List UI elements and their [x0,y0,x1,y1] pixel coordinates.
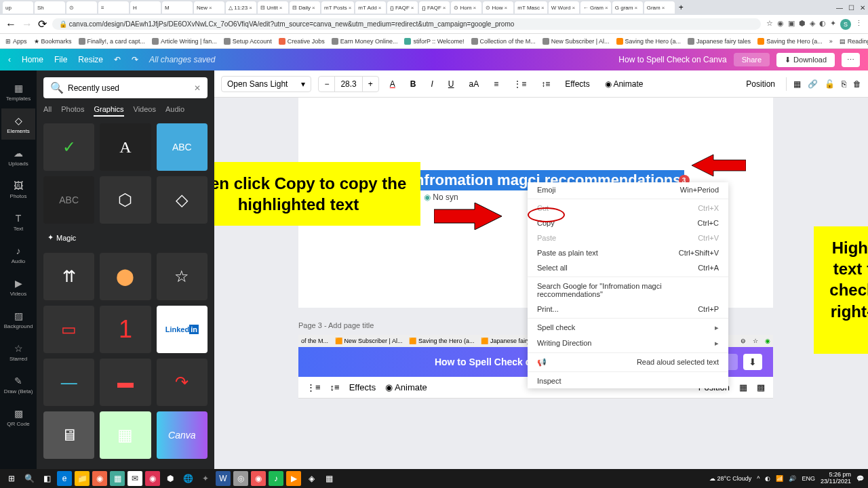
back-button[interactable]: ← [5,18,16,30]
browser-tab[interactable]: Gram× [644,1,675,14]
text-color-button[interactable]: A [386,77,399,92]
ctx-print[interactable]: Print...Ctrl+P [528,302,728,317]
share-button[interactable]: Share [734,53,770,66]
browser-tab[interactable]: New× [194,1,224,14]
element-tile[interactable]: ABC [157,123,208,171]
element-tile[interactable]: — [43,359,94,406]
ctx-paste-plain[interactable]: Paste as plain textCtrl+Shift+V [528,245,728,260]
bookmark-item[interactable]: Finally!, a card capt... [79,38,146,45]
search-input[interactable] [68,83,190,93]
bookmark-item[interactable]: Japanese fairy tales [688,38,751,45]
ctx-spell-check[interactable]: Spell check [528,320,728,336]
new-tab-button[interactable]: + [676,3,686,12]
element-tile[interactable]: ABC [43,176,94,224]
rail-photos[interactable]: 🖼Photos [1,174,35,205]
app-icon[interactable]: ⬢ [163,471,178,486]
app-icon[interactable]: ✉ [127,471,142,486]
extension-icon[interactable]: ◐ [819,19,826,30]
ctx-inspect[interactable]: Inspect [528,373,728,388]
element-tile[interactable]: A [100,123,151,171]
browser-tab[interactable]: ⊟ Daily× [290,1,320,14]
tab-graphics[interactable]: Graphics [94,105,123,117]
element-tile[interactable]: Linkedin [157,306,208,353]
task-view-icon[interactable]: ◧ [39,471,54,486]
rail-text[interactable]: TText [1,206,35,237]
bold-button[interactable]: B [406,77,420,92]
bookmark-item[interactable]: Setup Account [224,38,272,45]
ctx-emoji[interactable]: EmojiWin+Period [528,182,728,197]
spacing-button[interactable]: ↕≡ [537,77,554,92]
undo-button[interactable]: ↶ [114,55,121,64]
apps-button[interactable]: ⊞Apps [5,38,27,45]
redo-button[interactable]: ↷ [132,55,138,64]
bookmark-item[interactable]: ★Bookmarks [34,38,72,45]
browser-tab[interactable]: {} FAQF× [419,1,450,14]
underline-button[interactable]: U [444,77,458,92]
spotify-icon[interactable]: ♪ [269,471,283,486]
app-icon[interactable]: ◉ [145,471,160,486]
tab-all[interactable]: All [43,105,52,117]
app-icon[interactable]: ◉ [251,471,266,486]
lock-button[interactable]: 🔓 [825,79,835,89]
ctx-cut[interactable]: CutCtrl+X [528,201,728,216]
download-button[interactable]: ⬇Download [776,53,835,67]
explorer-icon[interactable]: 📁 [75,471,90,486]
browser-tab-active[interactable]: ⊙ How× [483,1,513,14]
browser-tab[interactable]: mT Masc× [515,1,547,14]
bookmark-item[interactable]: Collection of the M... [471,38,536,45]
browser-tab[interactable]: ← Gram× [580,1,611,14]
browser-tab[interactable]: up [3,1,33,14]
weather-widget[interactable]: ☁ 28°C Cloudy [709,475,751,482]
maximize-icon[interactable]: ☐ [848,4,854,12]
rail-qr[interactable]: ▩QR Code [1,401,35,432]
notification-icon[interactable]: 💬 [856,475,864,482]
bookmark-item[interactable]: New Subscriber | Al... [542,38,610,45]
element-tile[interactable]: ⇈ [43,253,94,300]
element-tile[interactable]: 1 [100,306,151,353]
clear-icon[interactable]: ✕ [194,83,201,93]
increase-size-button[interactable]: + [363,77,378,92]
wifi-icon[interactable]: 📶 [776,475,783,482]
bookmark-item[interactable]: Saving the Hero (a... [757,38,823,45]
ctx-copy[interactable]: CopyCtrl+C [528,216,728,230]
element-tile[interactable]: ↷ [157,359,208,406]
profile-avatar[interactable]: S [840,19,851,30]
element-tile[interactable]: ✓ [43,123,94,171]
font-size-value[interactable]: 28.3 [334,77,362,92]
magic-recommendations[interactable]: ✦Magic [43,229,208,246]
rail-uploads[interactable]: ☁Uploads [1,141,35,172]
ctx-paste[interactable]: PasteCtrl+V [528,230,728,245]
extension-icon[interactable]: ◉ [777,19,784,30]
volume-icon[interactable]: 🔊 [789,475,796,482]
bookmark-item[interactable]: Article Writing | fan... [152,38,217,45]
language-indicator[interactable]: ENG [802,475,815,482]
extension-icon[interactable]: ◈ [810,19,815,30]
ctx-read-aloud[interactable]: 📢 Read aloud selected text [528,354,728,370]
start-button[interactable]: ⊞ [4,471,19,486]
bookmark-item[interactable]: Creative Jobs [279,38,325,45]
tab-audio[interactable]: Audio [165,105,184,117]
app-icon[interactable]: ✦ [198,471,213,486]
menu-icon[interactable]: ⋮ [855,19,863,30]
bookmark-item[interactable]: Saving the Hero (a... [616,38,682,45]
link-button[interactable]: 🔗 [808,79,818,89]
bookmark-item[interactable]: Earn Money Online... [332,38,398,45]
rail-templates[interactable]: ▦Templates [1,76,35,107]
element-tile[interactable]: ⬡ [100,176,151,224]
browser-tab[interactable]: M [162,1,193,14]
italic-button[interactable]: I [427,77,437,92]
element-tile[interactable]: 🖥 [43,411,94,459]
search-box[interactable]: 🔍 ✕ [43,77,208,98]
extension-icon[interactable]: ☆ [766,19,773,30]
clock[interactable]: 5:26 pm 23/11/2021 [821,472,851,485]
ctx-writing-direction[interactable]: Writing Direction [528,336,728,351]
tab-photos[interactable]: Photos [61,105,84,117]
url-input[interactable]: 🔒 canva.com/design/DAEwh1JfjPs/DE6OXvNwL… [52,18,761,30]
browser-tab[interactable]: mT Posts× [321,1,354,14]
rail-starred[interactable]: ☆Starred [1,336,35,367]
more-button[interactable]: ⋯ [842,53,860,67]
browser-tab[interactable]: ⊙ [66,1,97,14]
canvas-viewport[interactable]: Infromation magci reccommendations 3 ◉ N… [214,98,868,470]
browser-tab[interactable]: ≡ [98,1,129,14]
tray-chevron[interactable]: ^ [757,475,760,482]
